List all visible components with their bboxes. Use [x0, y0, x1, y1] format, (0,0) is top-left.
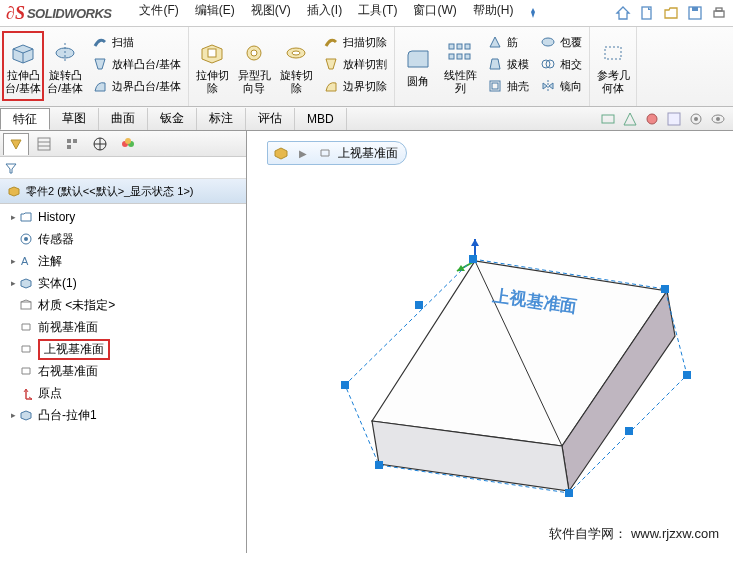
- tree-tab-dim[interactable]: [87, 133, 113, 155]
- linear-pattern-icon: [444, 37, 476, 69]
- tree-item-annotations[interactable]: ▸A注解: [0, 250, 246, 272]
- tree-tab-display[interactable]: [115, 133, 141, 155]
- extrude-cut-label: 拉伸切除: [191, 69, 233, 95]
- chevron-right-icon: ▶: [294, 144, 312, 162]
- svg-rect-25: [668, 113, 680, 125]
- boundary-cut-button[interactable]: 边界切除: [319, 75, 390, 97]
- ribbon-group-reference: 参考几何体: [590, 27, 637, 106]
- svg-point-19: [542, 38, 554, 46]
- print-icon[interactable]: [708, 2, 730, 24]
- part-icon: [272, 144, 290, 162]
- tree-item-extrude1[interactable]: ▸凸台-拉伸1: [0, 404, 246, 426]
- appearance-icon[interactable]: [642, 109, 662, 129]
- swept-cut-button[interactable]: 扫描切除: [319, 31, 390, 53]
- tree-tab-config[interactable]: [59, 133, 85, 155]
- ribbon-stack-modify1: 筋 拔模 抽壳: [481, 31, 534, 97]
- expand-icon[interactable]: ▸: [8, 256, 18, 266]
- menu-tools[interactable]: 工具(T): [350, 2, 405, 24]
- menu-window[interactable]: 窗口(W): [405, 2, 464, 24]
- view-settings-icon[interactable]: [686, 109, 706, 129]
- tab-sketch[interactable]: 草图: [50, 108, 99, 130]
- section-view-icon[interactable]: [620, 109, 640, 129]
- display-style-icon[interactable]: [598, 109, 618, 129]
- svg-rect-13: [465, 44, 470, 49]
- draft-button[interactable]: 拔模: [483, 53, 532, 75]
- viewport[interactable]: ▶ 上视基准面: [247, 131, 733, 553]
- lofted-cut-button[interactable]: 放样切割: [319, 53, 390, 75]
- hole-wizard-button[interactable]: 异型孔向导: [233, 31, 275, 101]
- svg-rect-22: [605, 47, 621, 59]
- wrap-icon: [539, 33, 557, 51]
- menu-view[interactable]: 视图(V): [243, 2, 299, 24]
- tree-item-history[interactable]: ▸History: [0, 206, 246, 228]
- extrude-boss-button[interactable]: 拉伸凸台/基体: [2, 31, 44, 101]
- model-3d[interactable]: 上视基准面: [297, 231, 697, 511]
- home-icon[interactable]: [612, 2, 634, 24]
- menu-file[interactable]: 文件(F): [131, 2, 186, 24]
- lofted-cut-icon: [322, 55, 340, 73]
- tree-item-bodies[interactable]: ▸实体(1): [0, 272, 246, 294]
- svg-rect-59: [625, 427, 633, 435]
- tree-item-material[interactable]: 材质 <未指定>: [0, 294, 246, 316]
- breadcrumb[interactable]: ▶ 上视基准面: [267, 141, 407, 165]
- fillet-button[interactable]: 圆角: [397, 31, 439, 101]
- hide-show-icon[interactable]: [708, 109, 728, 129]
- expand-icon[interactable]: ▸: [8, 212, 18, 222]
- svg-point-29: [716, 117, 720, 121]
- tree-item-right-plane[interactable]: 右视基准面: [0, 360, 246, 382]
- menu-insert[interactable]: 插入(I): [299, 2, 350, 24]
- open-icon[interactable]: [660, 2, 682, 24]
- svg-rect-3: [714, 11, 724, 17]
- ribbon-stack-boss: 扫描 放样凸台/基体 边界凸台/基体: [86, 31, 186, 97]
- revolve-boss-button[interactable]: 旋转凸台/基体: [44, 31, 86, 101]
- filter-icon[interactable]: [4, 161, 18, 175]
- ref-geom-button[interactable]: 参考几何体: [592, 31, 634, 101]
- expand-icon[interactable]: ▸: [8, 278, 18, 288]
- watermark: 软件自学网： www.rjzxw.com: [549, 525, 719, 543]
- tab-annotate[interactable]: 标注: [197, 108, 246, 130]
- svg-rect-4: [716, 8, 722, 11]
- sensor-icon: [18, 231, 34, 247]
- tab-evaluate[interactable]: 评估: [246, 108, 295, 130]
- linear-pattern-button[interactable]: 线性阵列: [439, 31, 481, 101]
- wrap-button[interactable]: 包覆: [536, 31, 585, 53]
- tree-item-top-plane[interactable]: 上视基准面: [0, 338, 246, 360]
- menu-bar: ∂S SOLIDWORKS 文件(F) 编辑(E) 视图(V) 插入(I) 工具…: [0, 0, 733, 27]
- tab-features[interactable]: 特征: [0, 108, 50, 130]
- tree-tabs: [0, 131, 246, 157]
- tree-item-front-plane[interactable]: 前视基准面: [0, 316, 246, 338]
- lofted-boss-button[interactable]: 放样凸台/基体: [88, 53, 184, 75]
- boundary-boss-button[interactable]: 边界凸台/基体: [88, 75, 184, 97]
- pin-icon[interactable]: [522, 2, 544, 24]
- new-icon[interactable]: [636, 2, 658, 24]
- menu-edit[interactable]: 编辑(E): [187, 2, 243, 24]
- ribbon: 拉伸凸台/基体 旋转凸台/基体 扫描 放样凸台/基体 边界凸台/基体 拉伸切除 …: [0, 27, 733, 107]
- save-icon[interactable]: [684, 2, 706, 24]
- scene-icon[interactable]: [664, 109, 684, 129]
- tree-item-sensors[interactable]: 传感器: [0, 228, 246, 250]
- material-icon: [18, 297, 34, 313]
- tab-surfaces[interactable]: 曲面: [99, 108, 148, 130]
- main-area: 零件2 (默认<<默认>_显示状态 1>) ▸History 传感器 ▸A注解 …: [0, 131, 733, 553]
- extrude-cut-button[interactable]: 拉伸切除: [191, 31, 233, 101]
- tree-root[interactable]: 零件2 (默认<<默认>_显示状态 1>): [0, 179, 246, 204]
- watermark-url: www.rjzxw.com: [631, 526, 719, 541]
- intersect-button[interactable]: 相交: [536, 53, 585, 75]
- rib-button[interactable]: 筋: [483, 31, 532, 53]
- menu-help[interactable]: 帮助(H): [465, 2, 522, 24]
- tree-item-origin[interactable]: 原点: [0, 382, 246, 404]
- draft-icon: [486, 55, 504, 73]
- ref-geom-label: 参考几何体: [592, 69, 634, 95]
- mirror-button[interactable]: 镜向: [536, 75, 585, 97]
- revolve-cut-button[interactable]: 旋转切除: [275, 31, 317, 101]
- app-name: SOLIDWORKS: [27, 6, 112, 21]
- swept-boss-button[interactable]: 扫描: [88, 31, 184, 53]
- revolve-boss-icon: [49, 37, 81, 69]
- tree-tab-feature[interactable]: [3, 133, 29, 155]
- tab-sheetmetal[interactable]: 钣金: [148, 108, 197, 130]
- svg-text:A: A: [21, 255, 29, 267]
- tab-mbd[interactable]: MBD: [295, 108, 347, 130]
- tree-tab-property[interactable]: [31, 133, 57, 155]
- expand-icon[interactable]: ▸: [8, 410, 18, 420]
- shell-button[interactable]: 抽壳: [483, 75, 532, 97]
